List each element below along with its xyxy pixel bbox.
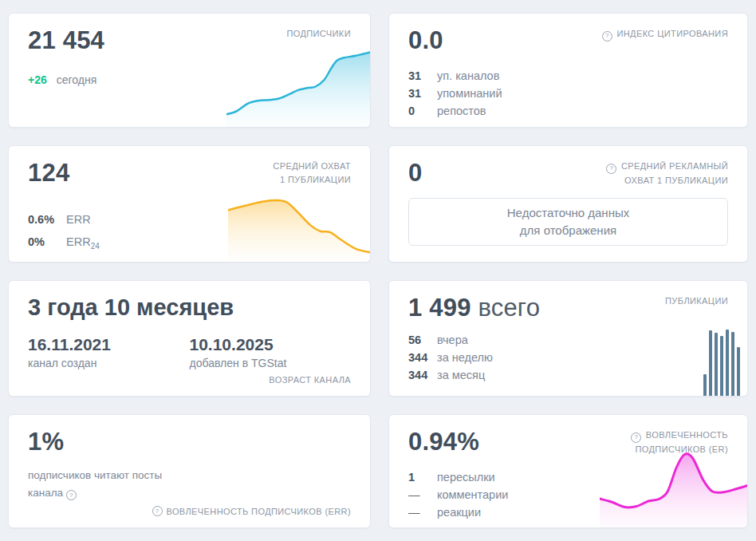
- subscribers-delta: +26: [28, 73, 47, 86]
- citation-stats: 31 уп. каналов 31 упоминаний 0 репостов: [408, 67, 728, 120]
- card-publications: ПУБЛИКАЦИИ 1 499 всего 56 вчера 344 за н…: [388, 280, 748, 397]
- help-icon[interactable]: ?: [152, 506, 163, 516]
- card-citation-index: ? ИНДЕКС ЦИТИРОВАНИЯ 0.0 31 уп. каналов …: [388, 13, 748, 128]
- err-value: 1%: [28, 428, 351, 456]
- publications-total: 1 499 всего: [408, 294, 728, 322]
- channel-added-date: 10.10.2025: [190, 335, 352, 354]
- help-icon[interactable]: ?: [66, 490, 77, 500]
- channel-created-date: 16.11.2021: [28, 335, 190, 354]
- channel-created-label: канал создан: [28, 357, 190, 369]
- er-value: 0.94%: [408, 428, 728, 456]
- avg-reach-value: 124: [28, 160, 351, 187]
- er-stats: 1 пересылки — комментарии — реакции: [408, 468, 728, 521]
- stat-row-comments: — комментарии: [408, 486, 728, 503]
- publications-total-suffix: всего: [478, 294, 540, 322]
- stat-row-reactions: — реакции: [408, 503, 728, 521]
- card-ad-reach: ? СРЕДНИЙ РЕКЛАМНЫЙ ОХВАТ 1 ПУБЛИКАЦИИ 0…: [388, 145, 748, 263]
- card-average-reach: СРЕДНИЙ ОХВАТ 1 ПУБЛИКАЦИИ 124 0.6% ERR …: [8, 145, 371, 263]
- ad-reach-value: 0: [408, 160, 728, 187]
- card-err: 1% подписчиков читают посты канала ? ? В…: [8, 414, 371, 528]
- channel-added-label: добавлен в TGStat: [190, 357, 352, 369]
- subscribers-count: 21 454: [28, 27, 351, 54]
- card-subscribers: ПОДПИСЧИКИ 21 454 +26 сегодня: [8, 13, 371, 128]
- stat-row-yesterday: 56 вчера: [408, 331, 728, 349]
- publications-stats: 56 вчера 344 за неделю 344 за месяц: [408, 331, 728, 384]
- stat-row-month: 344 за месяц: [408, 366, 728, 384]
- card-er: ? ВОВЛЕЧЕННОСТЬ ПОДПИСЧИКОВ (ER) 0.94% 1…: [388, 414, 748, 528]
- stat-row-mentions: 31 упоминаний: [408, 85, 728, 102]
- card-channel-age: 3 года 10 месяцев 16.11.2021 канал созда…: [8, 280, 371, 397]
- err-stats: 0.6% ERR 0% ERR24: [28, 211, 351, 255]
- no-data-placeholder: Недостаточно данных для отображения: [408, 198, 728, 246]
- channel-age-value: 3 года 10 месяцев: [28, 294, 351, 321]
- stat-row-week: 344 за неделю: [408, 349, 728, 366]
- subscribers-delta-label: сегодня: [57, 73, 97, 86]
- stat-row-err24: 0% ERR24: [28, 233, 351, 255]
- channel-created-block: 16.11.2021 канал создан: [28, 335, 190, 369]
- channel-age-card-label: ВОЗРАСТ КАНАЛА: [269, 375, 351, 385]
- channel-added-block: 10.10.2025 добавлен в TGStat: [190, 335, 352, 369]
- stat-row-err: 0.6% ERR: [28, 211, 351, 233]
- stats-grid: ПОДПИСЧИКИ 21 454 +26 сегодня ? ИНДЕКС Ц…: [0, 0, 756, 541]
- stat-row-mention-channels: 31 уп. каналов: [408, 67, 728, 85]
- stat-row-reposts: 0 репостов: [408, 102, 728, 120]
- citation-index-value: 0.0: [408, 27, 728, 54]
- err-card-label: ? ВОВЛЕЧЕННОСТЬ ПОДПИСЧИКОВ (ERR): [152, 506, 351, 516]
- stat-row-forwards: 1 пересылки: [408, 468, 728, 486]
- err-description: подписчиков читают посты канала ?: [28, 467, 235, 501]
